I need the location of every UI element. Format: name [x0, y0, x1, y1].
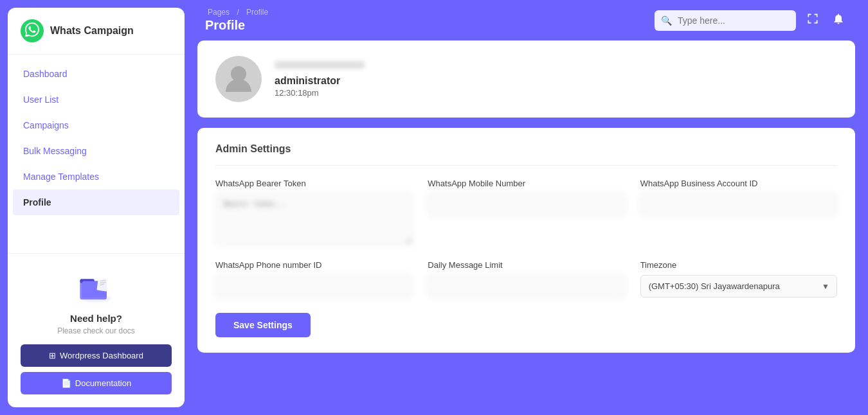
profile-name-blurred — [275, 61, 365, 69]
phone-number-id-input[interactable] — [215, 275, 412, 297]
sidebar-item-bulk-messaging[interactable]: Bulk Messaging — [8, 138, 185, 164]
main-area: Pages / Profile Profile 🔍 — [192, 0, 868, 415]
bearer-token-group: WhatsApp Bearer Token — [215, 179, 412, 247]
sidebar-item-user-list[interactable]: User List — [8, 87, 185, 112]
app-logo — [21, 19, 44, 42]
page-title: Profile — [205, 18, 271, 33]
help-illustration — [76, 267, 117, 308]
wordpress-icon: ⊞ — [49, 351, 56, 360]
documentation-button-label: Documentation — [75, 378, 131, 388]
mobile-number-input[interactable] — [428, 193, 624, 216]
wordpress-dashboard-button[interactable]: ⊞ Wordpress Dashboard — [21, 344, 172, 367]
topbar-right: 🔍 — [655, 10, 847, 31]
business-account-id-group: WhatsApp Business Account ID — [640, 179, 837, 247]
mobile-number-group: WhatsApp Mobile Number — [428, 179, 624, 247]
fullscreen-icon[interactable] — [804, 10, 822, 31]
breadcrumb-separator: / — [237, 8, 239, 17]
mobile-number-label: WhatsApp Mobile Number — [428, 179, 624, 188]
breadcrumb-current: Profile — [246, 8, 268, 17]
app-name: Whats Campaign — [50, 25, 134, 37]
profile-card: administrator 12:30:18pm — [197, 40, 855, 118]
bearer-token-label: WhatsApp Bearer Token — [215, 179, 412, 188]
breadcrumb-pages: Pages — [208, 8, 230, 17]
breadcrumb: Pages / Profile Profile — [205, 8, 271, 33]
sidebar-help: Need help? Please check our docs ⊞ Wordp… — [8, 253, 185, 407]
settings-card: Admin Settings WhatsApp Bearer Token Wha… — [197, 128, 855, 353]
sidebar-item-manage-templates[interactable]: Manage Templates — [8, 164, 185, 190]
help-subtitle: Please check our docs — [21, 326, 172, 335]
avatar — [215, 56, 262, 102]
search-wrapper: 🔍 — [655, 10, 796, 31]
profile-time: 12:30:18pm — [275, 88, 365, 98]
profile-info: administrator 12:30:18pm — [275, 61, 365, 98]
timezone-select[interactable]: (GMT+05:30) Sri Jayawardenapura (GMT+00:… — [640, 275, 837, 297]
sidebar-item-profile[interactable]: Profile — [13, 190, 179, 215]
bearer-token-input[interactable] — [215, 193, 412, 245]
timezone-group: Timezone (GMT+05:30) Sri Jayawardenapura… — [640, 260, 837, 297]
documentation-button[interactable]: 📄 Documentation — [21, 372, 172, 394]
sidebar-item-dashboard[interactable]: Dashboard — [8, 61, 185, 87]
settings-row-2: WhatsApp Phone number ID Daily Message L… — [215, 260, 837, 297]
whatsapp-icon — [25, 22, 39, 40]
timezone-label: Timezone — [640, 260, 837, 270]
sidebar-nav: Dashboard User List Campaigns Bulk Messa… — [8, 55, 185, 253]
sidebar-header: Whats Campaign — [8, 8, 185, 55]
wordpress-button-label: Wordpress Dashboard — [60, 351, 143, 360]
daily-message-limit-group: Daily Message Limit — [428, 260, 624, 297]
doc-icon: 📄 — [61, 378, 71, 388]
sidebar: Whats Campaign Dashboard User List Campa… — [8, 8, 185, 407]
admin-settings-title: Admin Settings — [215, 143, 837, 166]
settings-row-1: WhatsApp Bearer Token WhatsApp Mobile Nu… — [215, 179, 837, 247]
search-icon: 🔍 — [661, 15, 672, 26]
search-input[interactable] — [655, 10, 796, 31]
save-settings-button[interactable]: Save Settings — [215, 313, 311, 337]
breadcrumb-trail: Pages / Profile — [205, 8, 271, 17]
daily-message-limit-label: Daily Message Limit — [428, 260, 624, 270]
business-account-id-input[interactable] — [640, 193, 837, 216]
sidebar-item-campaigns[interactable]: Campaigns — [8, 112, 185, 138]
timezone-select-wrapper: (GMT+05:30) Sri Jayawardenapura (GMT+00:… — [640, 275, 837, 297]
daily-message-limit-input[interactable] — [428, 275, 624, 297]
topbar: Pages / Profile Profile 🔍 — [192, 8, 860, 40]
help-title: Need help? — [21, 313, 172, 324]
phone-number-id-group: WhatsApp Phone number ID — [215, 260, 412, 297]
phone-number-id-label: WhatsApp Phone number ID — [215, 260, 412, 270]
profile-username: administrator — [275, 75, 365, 87]
bell-icon[interactable] — [829, 10, 847, 31]
business-account-id-label: WhatsApp Business Account ID — [640, 179, 837, 188]
